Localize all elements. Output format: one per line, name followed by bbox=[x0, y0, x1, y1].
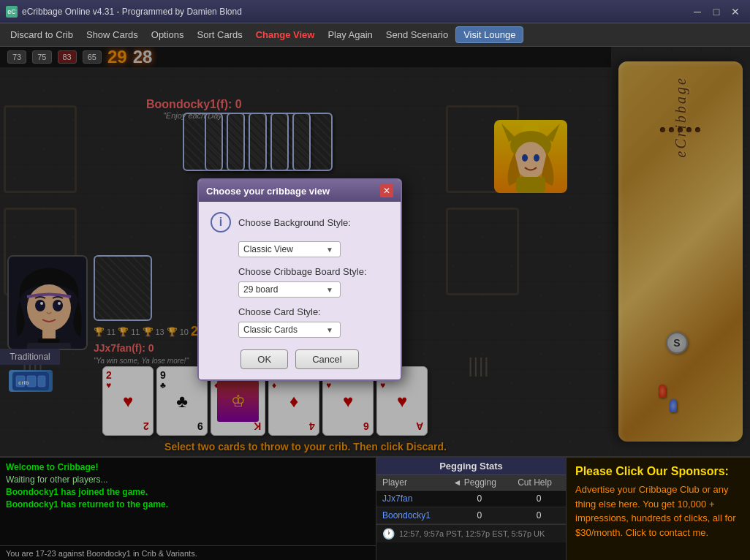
modal-buttons: OK Cancel bbox=[211, 349, 389, 369]
modal-bg-select-wrapper: Classic View ▼ bbox=[238, 241, 389, 257]
modal-dialog: Choose your cribbage view ✕ i Choose Bac… bbox=[197, 178, 402, 381]
modal-bg-label: Choose Background Style: bbox=[238, 217, 351, 228]
stats-cut-2: 0 bbox=[512, 507, 566, 524]
stats-header: Pegging Stats bbox=[376, 458, 566, 475]
menu-options[interactable]: Options bbox=[145, 26, 190, 43]
modal-board-label: Choose Cribbage Board Style: bbox=[238, 266, 389, 277]
menu-visit-lounge[interactable]: Visit Lounge bbox=[455, 26, 523, 43]
maximize-button[interactable]: □ bbox=[708, 4, 725, 20]
modal-header: Choose your cribbage view ✕ bbox=[199, 180, 401, 202]
ad-panel[interactable]: Please Click Our Sponsors: Advertise you… bbox=[567, 458, 750, 560]
ad-body: Advertise your Cribbage Club or any thin… bbox=[575, 483, 741, 540]
window-title: eCribbage Online v4.31 - Programmed by D… bbox=[22, 7, 242, 17]
menu-change-view[interactable]: Change View bbox=[250, 26, 321, 43]
modal-overlay: Choose your cribbage view ✕ i Choose Bac… bbox=[0, 47, 750, 456]
chat-msg-2: Waiting for other players... bbox=[6, 474, 370, 485]
modal-body: i Choose Background Style: Classic View … bbox=[199, 202, 401, 379]
stats-cut-1: 0 bbox=[512, 491, 566, 507]
stats-table: Player ◄ Pegging Cut Help JJx7fan 0 0 bbox=[376, 475, 566, 524]
stats-col-cut: Cut Help bbox=[512, 475, 566, 491]
window-controls: ─ □ ✕ bbox=[689, 4, 744, 20]
modal-ok-button[interactable]: OK bbox=[240, 349, 288, 369]
modal-cancel-button[interactable]: Cancel bbox=[295, 349, 358, 369]
titlebar: eC eCribbage Online v4.31 - Programmed b… bbox=[0, 0, 750, 23]
card-style-select[interactable]: Classic Cards bbox=[238, 322, 341, 338]
chat-area: Welcome to Cribbage! Waiting for other p… bbox=[0, 458, 376, 560]
close-button[interactable]: ✕ bbox=[727, 4, 744, 20]
menu-show-cards[interactable]: Show Cards bbox=[80, 26, 144, 43]
chat-msg-4: Boondocky1 has returned to the game. bbox=[6, 499, 370, 510]
modal-close-button[interactable]: ✕ bbox=[380, 184, 393, 197]
info-icon: i bbox=[211, 212, 231, 232]
stats-col-player[interactable]: Player bbox=[376, 475, 447, 491]
app-icon: eC bbox=[6, 6, 18, 18]
match-info: You are 17-23 against Boondocky1 in Crib… bbox=[0, 545, 376, 560]
modal-card-label: Choose Card Style: bbox=[238, 306, 389, 317]
modal-card-select-wrapper: Classic Cards ▼ bbox=[238, 322, 389, 338]
modal-title: Choose your cribbage view bbox=[206, 186, 330, 197]
menu-sort-cards[interactable]: Sort Cards bbox=[192, 26, 249, 43]
menu-discard[interactable]: Discard to Crib bbox=[4, 26, 79, 43]
menu-send-scenario[interactable]: Send Scenario bbox=[380, 26, 454, 43]
stats-pegging-2: 0 bbox=[447, 507, 512, 524]
chat-msg-1: Welcome to Cribbage! bbox=[6, 462, 370, 472]
chat-messages: Welcome to Cribbage! Waiting for other p… bbox=[0, 458, 376, 545]
stats-col-pegging[interactable]: ◄ Pegging bbox=[447, 475, 512, 491]
modal-bg-row: i Choose Background Style: bbox=[211, 212, 389, 232]
modal-board-select-wrapper: 29 board ▼ bbox=[238, 281, 389, 298]
menu-play-again[interactable]: Play Again bbox=[322, 26, 378, 43]
stats-time: 🕐 12:57, 9:57a PST, 12:57p EST, 5:57p UK bbox=[376, 524, 566, 542]
stats-panel: Pegging Stats Player ◄ Pegging Cut Help bbox=[376, 458, 567, 560]
clock-icon: 🕐 bbox=[382, 528, 395, 540]
game-area: 73 75 83 65 29 28 Boondocky1(f): 0 "Enjo… bbox=[0, 47, 750, 456]
time-display: 12:57, 9:57a PST, 12:57p EST, 5:57p UK bbox=[399, 529, 545, 538]
menubar: Discard to Crib Show Cards Options Sort … bbox=[0, 23, 750, 47]
minimize-button[interactable]: ─ bbox=[689, 4, 706, 20]
stats-row-1: JJx7fan 0 0 bbox=[376, 491, 566, 507]
player-link-2[interactable]: Boondocky1 bbox=[382, 510, 431, 521]
bg-style-select[interactable]: Classic View bbox=[238, 241, 341, 257]
board-style-select[interactable]: 29 board bbox=[238, 281, 341, 298]
player-link-1[interactable]: JJx7fan bbox=[382, 493, 412, 504]
chat-msg-3: Boondocky1 has joined the game. bbox=[6, 487, 370, 497]
title-left: eC eCribbage Online v4.31 - Programmed b… bbox=[6, 6, 242, 18]
ad-title: Please Click Our Sponsors: bbox=[575, 465, 741, 478]
bottom-panel: Welcome to Cribbage! Waiting for other p… bbox=[0, 456, 750, 560]
stats-row-2: Boondocky1 0 0 bbox=[376, 507, 566, 524]
stats-pegging-1: 0 bbox=[447, 491, 512, 507]
